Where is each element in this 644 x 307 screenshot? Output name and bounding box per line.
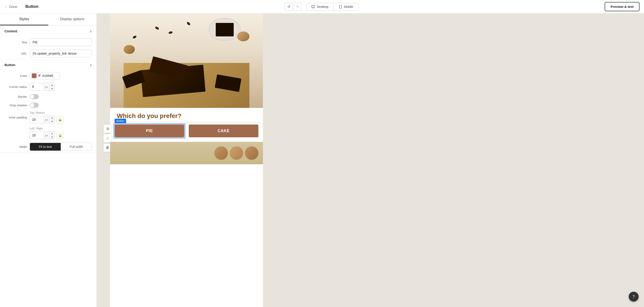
monitor-icon	[312, 5, 315, 8]
canvas-inner: Which do you prefer? Button ⧉ ☆ 🗑	[96, 14, 644, 307]
question-text: Which do you prefer?	[110, 108, 263, 122]
copy-button[interactable]: ⧉	[103, 124, 112, 133]
left-panel: Styles Display options Content ∧ Text UR…	[0, 14, 96, 307]
back-arrow-icon: ←	[4, 5, 8, 8]
url-row: URL	[0, 48, 96, 59]
content-section-header[interactable]: Content ∧	[0, 26, 96, 37]
border-label: Border	[4, 95, 27, 98]
corner-radius-label: Corner radius	[4, 85, 27, 88]
help-icon: ?	[632, 294, 635, 299]
content-chevron-icon: ∧	[90, 30, 92, 33]
left-right-down[interactable]: ▼	[50, 135, 54, 139]
tab-display-options[interactable]: Display options	[48, 14, 96, 26]
preview-test-button[interactable]: Preview & test	[605, 2, 640, 11]
page-title: Button	[26, 4, 38, 9]
desktop-label: Desktop	[317, 5, 328, 8]
corner-radius-arrows: ▲ ▼	[50, 83, 54, 90]
chocolate-scene	[110, 14, 263, 108]
panel-tabs: Styles Display options	[0, 14, 96, 26]
color-hash: #	[38, 74, 40, 78]
left-right-unit: px	[43, 132, 50, 139]
corner-radius-row: Corner radius px ▲ ▼	[0, 81, 96, 92]
svg-rect-0	[312, 6, 315, 8]
top-bottom-up[interactable]: ▲	[50, 116, 54, 120]
hero-image	[110, 14, 263, 108]
help-button[interactable]: ?	[629, 292, 638, 302]
drop-shadow-toggle[interactable]	[30, 103, 39, 108]
buttons-row: Button ⧉ ☆ 🗑 PIE CAKE	[110, 122, 263, 142]
cake-button[interactable]: CAKE	[189, 124, 258, 137]
pie-button[interactable]: PIE	[114, 124, 184, 137]
left-right-label: Left / Right	[30, 127, 92, 130]
undo-redo-group: ↺ ↻	[285, 3, 302, 11]
canvas-area: Which do you prefer? Button ⧉ ☆ 🗑	[96, 14, 644, 307]
url-input[interactable]	[30, 50, 92, 57]
width-label: Width	[4, 145, 27, 148]
top-bottom-input: px ▲ ▼	[30, 116, 55, 124]
color-row: Color #	[0, 70, 96, 81]
corner-radius-value[interactable]	[30, 83, 43, 90]
page-content: Which do you prefer? Button ⧉ ☆ 🗑	[110, 14, 263, 307]
color-label: Color	[4, 74, 27, 78]
drop-shadow-row: Drop shadow	[0, 101, 96, 110]
button-section-header[interactable]: Button ∧	[0, 59, 96, 70]
corner-radius-down[interactable]: ▼	[50, 87, 54, 90]
content-section-title: Content	[4, 29, 17, 33]
button-tag: Button	[114, 119, 126, 123]
width-row: Width Fit to text Full width	[0, 141, 96, 152]
text-input[interactable]	[30, 38, 92, 46]
text-row: Text	[0, 37, 96, 48]
drop-shadow-label: Drop shadow	[4, 104, 27, 107]
mobile-label: Mobile	[344, 5, 353, 8]
done-label: Done	[9, 5, 17, 8]
view-toggle: Desktop Mobile	[306, 3, 358, 10]
border-toggle-slider	[30, 94, 39, 99]
width-options: Fit to text Full width	[30, 143, 92, 151]
inner-padding-label: Inner padding	[4, 116, 27, 119]
color-swatch[interactable]	[32, 73, 37, 78]
corner-radius-unit: px	[43, 84, 50, 90]
left-right-arrows: ▲ ▼	[50, 132, 54, 139]
favorite-button[interactable]: ☆	[103, 134, 112, 142]
border-row: Border	[0, 92, 96, 101]
redo-button[interactable]: ↻	[294, 3, 302, 11]
top-bottom-down[interactable]: ▼	[50, 120, 54, 123]
content-section: Content ∧ Text URL	[0, 26, 96, 59]
left-right-up[interactable]: ▲	[50, 132, 54, 135]
inner-padding-row: Inner padding Top / Bottom px ▲ ▼ 🔒	[0, 110, 96, 125]
svg-rect-3	[339, 5, 341, 8]
top-bottom-label: Top / Bottom	[30, 111, 92, 114]
top-bar-left: ← Done Button	[4, 4, 38, 9]
top-bottom-arrows: ▲ ▼	[50, 116, 54, 123]
mobile-view-button[interactable]: Mobile	[334, 3, 358, 10]
button-section-title: Button	[4, 63, 15, 67]
full-width-option[interactable]: Full width	[61, 143, 92, 150]
left-right-value[interactable]	[30, 132, 43, 139]
text-label: Text	[4, 41, 27, 44]
pie-button-wrapper: Button ⧉ ☆ 🗑 PIE	[114, 124, 184, 137]
fit-to-text-option[interactable]: Fit to text	[30, 143, 61, 150]
top-bottom-lock[interactable]: 🔒	[57, 116, 64, 123]
left-right-lock[interactable]: 🔒	[57, 132, 64, 139]
undo-button[interactable]: ↺	[285, 3, 293, 11]
left-right-input: px ▲ ▼	[30, 132, 55, 139]
mobile-icon	[339, 5, 342, 8]
button-section: Button ∧ Color # Corner radius px	[0, 59, 96, 153]
border-toggle[interactable]	[30, 94, 39, 99]
desktop-view-button[interactable]: Desktop	[306, 3, 334, 10]
top-bar: ← Done Button ↺ ↻ Desktop Mobile Preview…	[0, 0, 644, 14]
color-picker[interactable]: #	[30, 72, 60, 79]
main-layout: Styles Display options Content ∧ Text UR…	[0, 14, 644, 307]
top-bar-center: ↺ ↻ Desktop Mobile	[285, 3, 358, 11]
corner-radius-input: px ▲ ▼	[30, 83, 55, 90]
url-label: URL	[4, 52, 27, 55]
top-bottom-unit: px	[43, 116, 50, 123]
drop-shadow-toggle-slider	[30, 103, 39, 108]
color-hex-input[interactable]	[42, 74, 58, 78]
done-link[interactable]: ← Done	[4, 5, 17, 8]
tab-styles[interactable]: Styles	[0, 14, 48, 26]
cake-button-wrapper: CAKE	[189, 124, 258, 137]
corner-radius-up[interactable]: ▲	[50, 83, 54, 87]
button-chevron-icon: ∧	[90, 63, 92, 67]
top-bottom-value[interactable]	[30, 116, 43, 123]
